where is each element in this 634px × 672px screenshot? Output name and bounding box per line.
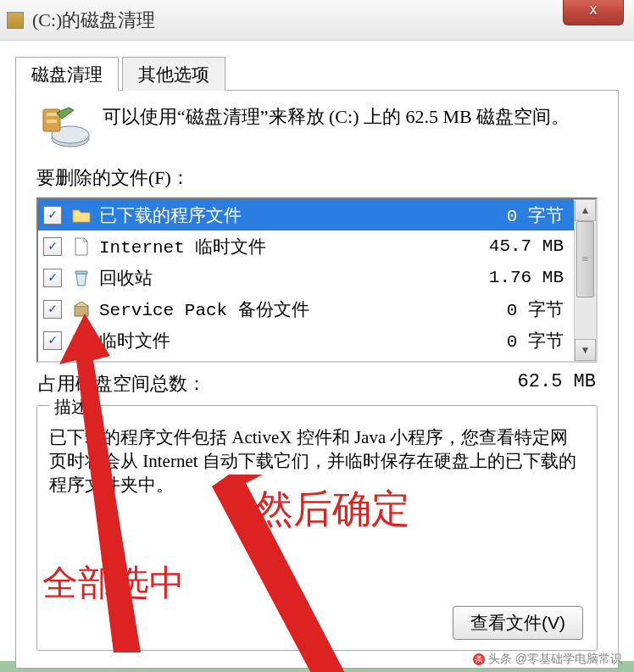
description-groupbox: 描述 已下载的程序文件包括 ActiveX 控件和 Java 小程序，您查看特定… — [36, 405, 598, 651]
scroll-up-button[interactable]: ▲ — [575, 199, 596, 221]
list-item-label: 回收站 — [99, 266, 450, 290]
files-to-delete-label: 要删除的文件(F)： — [36, 165, 598, 191]
total-value: 62.5 MB — [518, 371, 596, 397]
files-listbox-inner: ✓ 已下载的程序文件 0 字节 ✓ Internet 临时文件 45. — [38, 199, 574, 361]
description-text: 已下载的程序文件包括 ActiveX 控件和 Java 小程序，您查看特定网页时… — [49, 425, 585, 497]
list-item-label: 已下载的程序文件 — [99, 203, 450, 227]
list-item-label: Service Pack 备份文件 — [99, 297, 450, 321]
folder-icon — [70, 330, 92, 352]
svg-rect-5 — [75, 271, 87, 274]
list-item-size: 1.76 MB — [450, 268, 569, 287]
svg-rect-4 — [47, 119, 57, 123]
list-item-internet-temp[interactable]: ✓ Internet 临时文件 45.7 MB — [38, 230, 574, 262]
list-item-size: 0 字节 — [450, 203, 569, 227]
dialog-content: 磁盘清理 其他选项 可以使用“磁盘清理”来释放 (C:) 上的 62.5 MB … — [0, 41, 634, 672]
svg-rect-6 — [75, 306, 88, 316]
folder-icon — [70, 204, 92, 226]
close-button[interactable]: x — [563, 0, 624, 25]
recycle-bin-icon — [70, 267, 92, 289]
description-legend: 描述 — [49, 396, 93, 419]
tab-more-options[interactable]: 其他选项 — [122, 57, 225, 91]
tab-strip: 磁盘清理 其他选项 — [15, 56, 619, 91]
disk-cleanup-large-icon — [36, 104, 91, 150]
list-item-size: 0 字节 — [450, 329, 569, 353]
disk-cleanup-icon — [7, 12, 24, 29]
list-item-downloaded-programs[interactable]: ✓ 已下载的程序文件 0 字节 — [38, 199, 574, 230]
checkbox[interactable]: ✓ — [43, 300, 62, 319]
list-item-temp-files[interactable]: ✓ 临时文件 0 字节 — [38, 325, 574, 356]
intro-row: 可以使用“磁盘清理”来释放 (C:) 上的 62.5 MB 磁盘空间。 — [36, 104, 598, 150]
file-icon — [70, 236, 92, 258]
watermark-icon: 条 — [473, 653, 485, 665]
checkbox[interactable]: ✓ — [43, 237, 62, 256]
svg-rect-3 — [47, 113, 57, 116]
titlebar: (C:)的磁盘清理 x — [0, 0, 634, 41]
scroll-thumb[interactable] — [576, 221, 594, 297]
list-item-label: 临时文件 — [99, 329, 450, 353]
checkbox[interactable]: ✓ — [43, 206, 62, 225]
list-item-label: Internet 临时文件 — [99, 235, 450, 258]
tab-panel-cleanup: 可以使用“磁盘清理”来释放 (C:) 上的 62.5 MB 磁盘空间。 要删除的… — [15, 91, 619, 669]
checkbox[interactable]: ✓ — [43, 269, 62, 287]
listbox-scrollbar[interactable]: ▲ ▼ — [574, 199, 596, 361]
files-listbox[interactable]: ✓ 已下载的程序文件 0 字节 ✓ Internet 临时文件 45. — [36, 197, 598, 363]
watermark-text: 头条 @零基础学电脑常识 — [488, 652, 622, 665]
list-item-size: 45.7 MB — [450, 236, 569, 256]
scroll-down-button[interactable]: ▼ — [575, 339, 596, 361]
list-item-service-pack[interactable]: ✓ Service Pack 备份文件 0 字节 — [38, 293, 574, 325]
total-disk-space-row: 占用磁盘空间总数： 62.5 MB — [38, 371, 596, 397]
list-item-recycle-bin[interactable]: ✓ 回收站 1.76 MB — [38, 262, 574, 293]
dialog-window: (C:)的磁盘清理 x 磁盘清理 其他选项 可以使用“ — [0, 0, 634, 661]
total-label: 占用磁盘空间总数： — [38, 371, 206, 397]
window-title: (C:)的磁盘清理 — [32, 8, 155, 33]
list-item-size: 0 字节 — [450, 297, 569, 321]
intro-text: 可以使用“磁盘清理”来释放 (C:) 上的 62.5 MB 磁盘空间。 — [103, 104, 570, 130]
watermark: 条头条 @零基础学电脑常识 — [473, 652, 622, 667]
checkbox[interactable]: ✓ — [43, 331, 62, 350]
view-files-button[interactable]: 查看文件(V) — [453, 606, 583, 640]
tab-disk-cleanup[interactable]: 磁盘清理 — [15, 57, 119, 91]
package-icon — [70, 298, 92, 320]
